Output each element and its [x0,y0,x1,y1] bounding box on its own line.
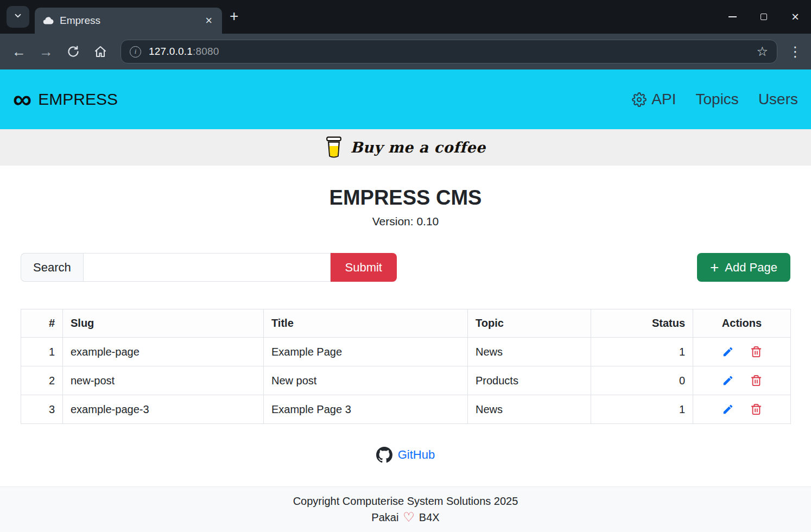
home-button[interactable] [89,40,112,63]
version-label: Version: 0.10 [21,215,790,228]
trash-icon [750,403,762,415]
search-group: Search Submit [21,253,397,282]
cell-topic: News [468,338,591,366]
header-topic: Topic [468,309,591,338]
cell-status: 1 [591,338,693,366]
url-host: 127.0.0.1 [149,46,193,57]
cell-title: New post [264,366,468,395]
delete-button[interactable] [750,345,763,358]
github-icon [376,447,392,463]
nav-item-api[interactable]: API [632,91,676,108]
pencil-icon [722,375,734,387]
delete-button[interactable] [750,374,763,387]
nav-item-topics[interactable]: Topics [696,91,739,108]
tab-close-icon[interactable]: × [203,15,214,27]
tab-title: Empress [60,15,198,27]
nav-item-api-label: API [651,91,676,108]
infinity-icon: ∞ [13,89,31,110]
pencil-icon [722,346,734,358]
row-actions [701,403,783,416]
trash-icon [750,375,762,387]
search-label: Search [21,253,83,282]
nav-item-topics-label: Topics [696,91,739,108]
github-link[interactable]: GitHub [398,448,435,462]
brand-name: EMPRESS [38,90,118,109]
browser-toolbar: ← → i 127.0.0.1:8080 ☆ ⋮ [0,34,811,69]
pakai-prefix: Pakai [371,511,398,524]
table-header-row: # Slug Title Topic Status Actions [21,309,791,338]
tab-search-button[interactable] [7,6,29,28]
search-input[interactable] [83,253,331,282]
cell-title: Example Page 3 [264,395,468,424]
header-status: Status [591,309,693,338]
trash-icon [750,346,762,358]
row-actions [701,374,783,387]
submit-button[interactable]: Submit [331,253,397,282]
new-tab-button[interactable]: + [230,8,238,25]
delete-button[interactable] [750,403,763,416]
edit-button[interactable] [721,345,734,358]
github-row: GitHub [21,447,790,463]
header-num: # [21,309,63,338]
cell-slug: example-page-3 [63,395,264,424]
table-row: 1 example-page Example Page News 1 [21,338,791,366]
edit-button[interactable] [721,403,734,416]
cell-topic: News [468,395,591,424]
coffee-banner-label: Buy me a coffee [350,139,485,156]
nav-item-users[interactable]: Users [758,91,798,108]
table-row: 2 new-post New post Products 0 [21,366,791,395]
cell-title: Example Page [264,338,468,366]
site-nav: API Topics Users [632,91,798,108]
header-slug: Slug [63,309,264,338]
buy-me-a-coffee-banner[interactable]: Buy me a coffee [0,129,811,166]
chevron-down-icon [13,11,23,23]
back-button[interactable]: ← [8,40,30,63]
close-icon: × [791,10,799,23]
browser-window: Empress × + × ← → i 127.0.0.1:8080 ☆ ⋮ ∞… [0,0,811,532]
home-icon [94,45,107,58]
reload-button[interactable] [62,40,85,63]
site-header: ∞ EMPRESS API Topics Users [0,69,811,129]
header-actions: Actions [693,309,791,338]
url-port: :8080 [193,46,219,57]
controls-row: Search Submit + Add Page [21,253,790,282]
bookmark-star-icon[interactable]: ☆ [756,44,768,59]
cell-status: 1 [591,395,693,424]
close-button[interactable]: × [780,0,811,34]
brand-logo[interactable]: ∞ EMPRESS [13,89,118,110]
address-bar[interactable]: i 127.0.0.1:8080 ☆ [121,40,777,64]
cloud-icon [42,15,54,27]
plus-icon: + [710,260,719,275]
main-content: EMPRESS CMS Version: 0.10 Search Submit … [0,166,811,486]
coffee-cup-icon [325,136,343,160]
edit-button[interactable] [721,374,734,387]
pencil-icon [722,403,734,415]
cell-slug: example-page [63,338,264,366]
site-info-icon[interactable]: i [130,46,141,58]
cell-topic: Products [468,366,591,395]
browser-tab[interactable]: Empress × [35,8,222,34]
header-title: Title [264,309,468,338]
pakai-suffix: B4X [419,511,440,524]
add-page-label: Add Page [725,261,777,275]
add-page-button[interactable]: + Add Page [697,253,790,282]
table-row: 3 example-page-3 Example Page 3 News 1 [21,395,791,424]
maximize-button[interactable] [748,0,780,34]
heart-icon: ♡ [403,511,415,524]
copyright-text: Copyright Computerise System Solutions 2… [293,495,518,508]
cell-status: 0 [591,366,693,395]
pages-table: # Slug Title Topic Status Actions 1 exam… [21,309,791,424]
maximize-icon [761,14,767,20]
minimize-button[interactable] [717,0,748,34]
browser-menu-button[interactable]: ⋮ [787,43,803,60]
window-controls: × [717,0,811,34]
nav-item-users-label: Users [758,91,798,108]
page-title: EMPRESS CMS [21,186,790,210]
gear-icon [632,92,647,107]
forward-button[interactable]: → [35,40,58,63]
pakai-line: Pakai ♡ B4X [371,511,439,524]
cell-slug: new-post [63,366,264,395]
reload-icon [67,45,80,58]
cell-num: 2 [21,366,63,395]
row-actions [701,345,783,358]
